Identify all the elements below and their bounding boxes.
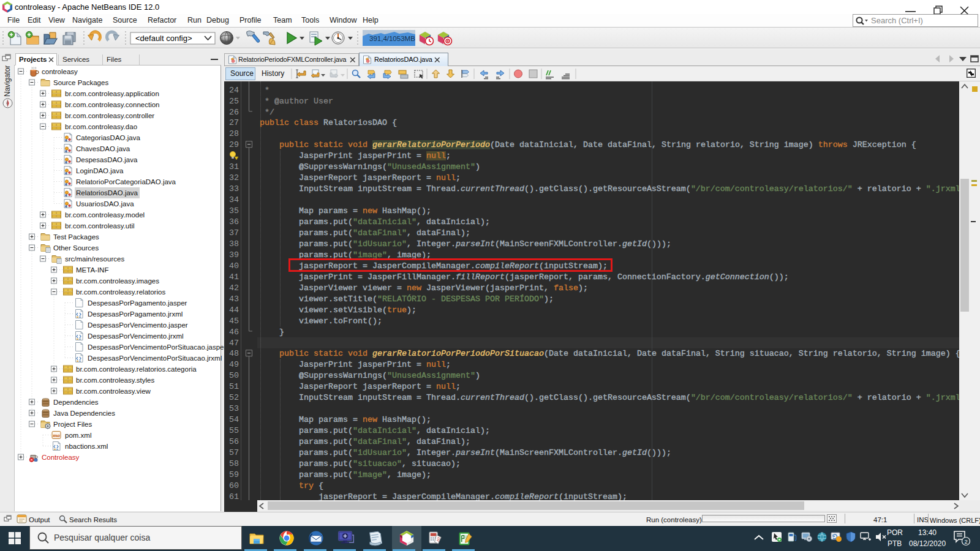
svg-text:391,4/1053MB: 391,4/1053MB [369, 35, 415, 42]
svg-text:<default config>: <default config> [135, 34, 192, 43]
svg-text:ma: ma [53, 432, 60, 438]
svg-text:2: 2 [965, 538, 968, 545]
